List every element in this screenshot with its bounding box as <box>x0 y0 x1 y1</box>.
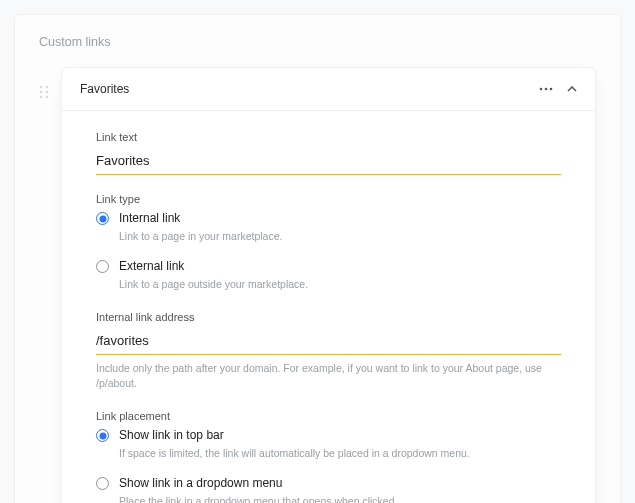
svg-point-8 <box>550 88 553 91</box>
radio-help: Place the link in a dropdown menu that o… <box>119 494 561 503</box>
radio-label: Show link in a dropdown menu <box>119 476 561 490</box>
link-type-label: Link type <box>96 193 561 205</box>
drag-handle-icon[interactable] <box>39 85 51 99</box>
svg-point-6 <box>540 88 543 91</box>
radio-help: If space is limited, the link will autom… <box>119 446 561 462</box>
card-title: Favorites <box>80 82 539 96</box>
svg-point-4 <box>40 96 42 98</box>
link-text-label: Link text <box>96 131 561 143</box>
link-placement-label: Link placement <box>96 410 561 422</box>
link-text-input[interactable] <box>96 149 561 175</box>
radio-dot-icon <box>96 429 109 442</box>
radio-internal-link[interactable]: Internal link Link to a page in your mar… <box>96 211 561 245</box>
svg-point-2 <box>40 91 42 93</box>
svg-point-0 <box>40 86 42 88</box>
more-icon[interactable] <box>539 87 553 91</box>
radio-label: Internal link <box>119 211 561 225</box>
radio-help: Link to a page in your marketplace. <box>119 229 561 245</box>
radio-dot-icon <box>96 212 109 225</box>
collapse-icon[interactable] <box>567 86 577 92</box>
svg-point-1 <box>46 86 48 88</box>
link-address-help: Include only the path after your domain.… <box>96 361 561 393</box>
section-title: Custom links <box>39 35 596 49</box>
radio-help: Link to a page outside your marketplace. <box>119 277 561 293</box>
radio-top-bar[interactable]: Show link in top bar If space is limited… <box>96 428 561 462</box>
radio-label: External link <box>119 259 561 273</box>
svg-point-3 <box>46 91 48 93</box>
svg-point-5 <box>46 96 48 98</box>
link-card: Favorites <box>61 67 596 503</box>
link-address-input[interactable] <box>96 329 561 355</box>
svg-point-7 <box>545 88 548 91</box>
link-address-label: Internal link address <box>96 311 561 323</box>
radio-dot-icon <box>96 477 109 490</box>
radio-label: Show link in top bar <box>119 428 561 442</box>
radio-external-link[interactable]: External link Link to a page outside you… <box>96 259 561 293</box>
radio-dot-icon <box>96 260 109 273</box>
radio-dropdown[interactable]: Show link in a dropdown menu Place the l… <box>96 476 561 503</box>
